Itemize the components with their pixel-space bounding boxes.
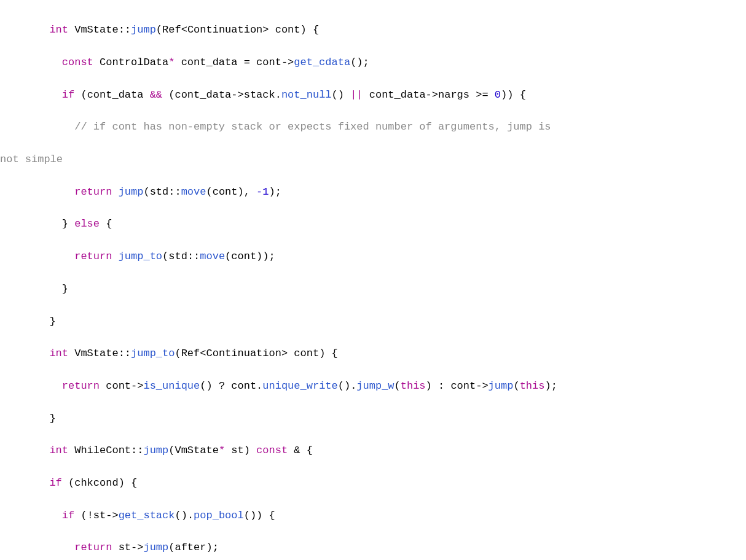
code-line: } <box>37 281 746 297</box>
code-line: int VmState::jump_to(Ref<Continuation> c… <box>37 346 746 362</box>
comment: not simple <box>0 154 63 165</box>
code-line: // if cont has non-empty stack or expect… <box>37 119 746 135</box>
code-line: not simple <box>0 152 746 168</box>
code-line: const ControlData* cont_data = cont->get… <box>37 55 746 71</box>
code-line: } <box>37 411 746 427</box>
code-line: return cont->is_unique() ? cont.unique_w… <box>37 378 746 394</box>
code-line: return st->jump(after); <box>37 540 746 556</box>
code-line: return jump(std::move(cont), -1); <box>37 184 746 200</box>
comment: // if cont has non-empty stack or expect… <box>74 121 551 133</box>
function-name: jump <box>131 24 156 36</box>
code-line: int WhileCont::jump(VmState* st) const &… <box>37 443 746 459</box>
class-name: VmState <box>74 24 118 36</box>
code-line: } else { <box>37 216 746 232</box>
code-line: return jump_to(std::move(cont)); <box>37 249 746 265</box>
keyword-int: int <box>49 24 68 36</box>
code-line: } <box>37 314 746 330</box>
code-block: int VmState::jump(Ref<Continuation> cont… <box>0 0 746 560</box>
code-line: if (cont_data && (cont_data->stack.not_n… <box>37 87 746 103</box>
code-line: if (chkcond) { <box>37 475 746 491</box>
code-line: int VmState::jump(Ref<Continuation> cont… <box>37 22 746 38</box>
code-line: if (!st->get_stack().pop_bool()) { <box>37 508 746 524</box>
